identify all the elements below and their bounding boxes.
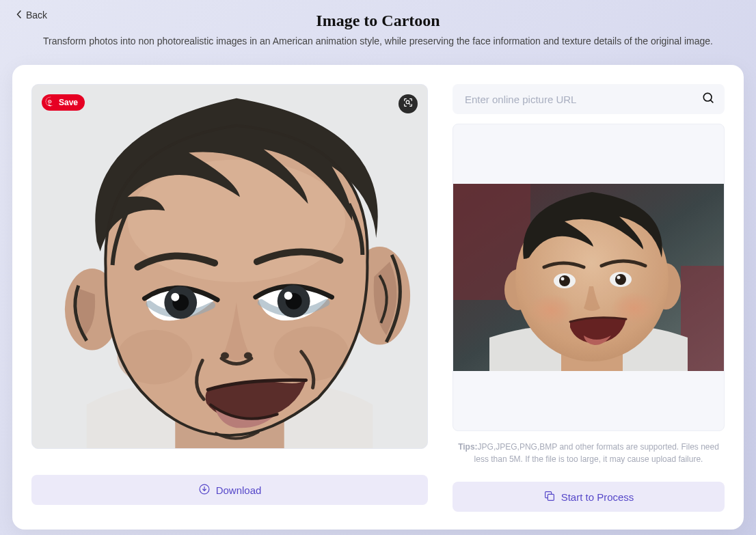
main-card: Save Download xyxy=(12,65,744,530)
download-icon xyxy=(198,483,211,497)
svg-rect-34 xyxy=(548,494,554,500)
svg-point-5 xyxy=(128,160,346,282)
save-button[interactable]: Save xyxy=(42,94,85,111)
process-icon xyxy=(543,490,556,504)
visual-search-icon xyxy=(403,97,414,111)
save-label: Save xyxy=(59,98,78,107)
svg-point-8 xyxy=(171,293,179,301)
chevron-left-icon xyxy=(16,10,22,20)
pinterest-icon xyxy=(45,96,55,109)
result-image xyxy=(32,85,427,448)
source-image-frame[interactable] xyxy=(453,124,725,431)
download-button[interactable]: Download xyxy=(31,475,428,505)
page-title: Image to Cartoon xyxy=(21,12,735,30)
input-column: Tips:JPG,JPEG,PNG,BMP and other formats … xyxy=(453,84,725,512)
tips-text: Tips:JPG,JPEG,PNG,BMP and other formats … xyxy=(453,441,725,465)
start-process-button[interactable]: Start to Process xyxy=(453,482,725,512)
svg-rect-32 xyxy=(453,184,724,371)
download-label: Download xyxy=(216,484,262,496)
tips-label: Tips: xyxy=(458,442,477,452)
url-search-button[interactable] xyxy=(700,91,716,107)
svg-point-13 xyxy=(244,353,252,359)
visual-search-button[interactable] xyxy=(399,94,418,113)
back-button[interactable]: Back xyxy=(0,0,47,20)
process-label: Start to Process xyxy=(561,491,634,503)
result-column: Save Download xyxy=(31,84,428,512)
result-image-frame: Save xyxy=(31,84,428,449)
tips-body: JPG,JPEG,PNG,BMP and other formats are s… xyxy=(474,442,719,464)
svg-point-12 xyxy=(221,353,229,359)
page-header: Image to Cartoon Transform photos into n… xyxy=(0,12,756,55)
back-label: Back xyxy=(26,10,47,20)
url-field xyxy=(453,84,725,114)
url-input[interactable] xyxy=(465,84,690,114)
search-icon xyxy=(701,91,715,107)
page-subtitle: Transform photos into non photorealistic… xyxy=(21,34,735,49)
svg-point-11 xyxy=(284,292,293,300)
source-image xyxy=(453,184,724,371)
